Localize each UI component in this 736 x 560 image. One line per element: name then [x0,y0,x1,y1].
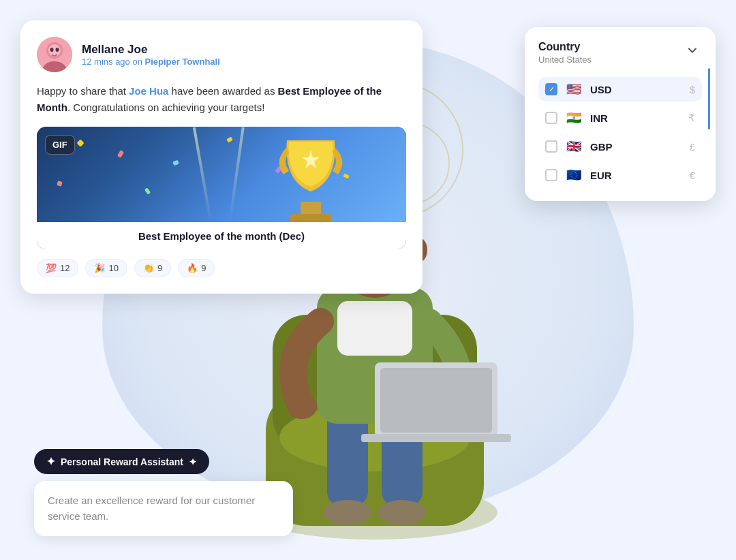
confetti-2 [117,150,124,158]
svg-point-8 [378,500,426,525]
post-header: Mellane Joe 12 mins ago on Piepiper Town… [37,37,406,72]
currency-item-gbp[interactable]: 🇬🇧 GBP £ [538,134,702,159]
currency-checkbox-gbp[interactable] [545,140,557,153]
currency-code-usd: USD [590,84,683,95]
currency-symbol-eur: € [690,170,695,181]
currency-item-eur[interactable]: 🇪🇺 EUR € [538,163,702,187]
reaction-1[interactable]: 💯 12 [37,259,78,277]
post-time: 12 mins ago on Piepiper Townhall [82,57,220,67]
svg-rect-31 [301,202,321,215]
sparkle-icon-2: ✦ [189,456,197,467]
assistant-card: ✦ Personal Reward Assistant ✦ Create an … [34,449,293,536]
currency-checkbox-eur[interactable] [545,169,557,181]
currency-item-inr[interactable]: 🇮🇳 INR ₹ [538,106,702,130]
social-post-card: Mellane Joe 12 mins ago on Piepiper Town… [20,20,423,294]
currency-dropdown-card: Country United States ✓ 🇺🇸 USD $ [525,27,716,201]
flag-us: 🇺🇸 [564,82,583,96]
sparkle-icon: ✦ [46,455,55,468]
currency-checkbox-usd[interactable]: ✓ [545,83,557,95]
trophy-scene [37,127,406,222]
reaction-2[interactable]: 🎉 10 [85,259,127,277]
trophy-media-card: GIF Best Employee of the month (Dec) [37,127,406,249]
svg-rect-10 [337,301,412,356]
svg-point-20 [287,394,317,419]
currency-code-inr: INR [590,112,681,124]
light-beam-1 [193,127,212,222]
svg-point-30 [56,48,59,52]
currency-symbol-usd: $ [690,84,695,95]
scrollbar-accent [708,68,710,129]
confetti-3 [172,160,179,166]
scene: Mellane Joe 12 mins ago on Piepiper Town… [0,0,736,560]
flag-gb: 🇬🇧 [564,140,583,153]
svg-rect-23 [380,368,492,433]
assistant-badge: ✦ Personal Reward Assistant ✦ [34,449,209,474]
trophy-svg [270,127,352,222]
post-body: Happy to share that Joe Hua have been aw… [37,83,406,116]
assistant-input-display[interactable]: Create an excellence reward for our cust… [34,481,293,536]
gif-badge: GIF [45,135,75,155]
post-author: Mellane Joe [82,43,220,57]
confetti-7 [144,187,151,194]
flag-in: 🇮🇳 [564,111,583,125]
currency-item-usd[interactable]: ✓ 🇺🇸 USD $ [538,77,702,102]
svg-point-7 [324,500,371,525]
assistant-placeholder: Create an excellence reward for our cust… [48,495,255,522]
currency-list: ✓ 🇺🇸 USD $ 🇮🇳 INR ₹ 🇬🇧 GBP £ [538,77,702,187]
post-meta: Mellane Joe 12 mins ago on Piepiper Town… [82,43,220,67]
currency-header: Country United States [538,41,702,65]
trophy-caption: Best Employee of the month (Dec) [37,222,406,249]
assistant-label: Personal Reward Assistant [61,456,183,467]
svg-rect-24 [361,434,511,442]
confetti-4 [226,136,233,142]
reactions-bar: 💯 12 🎉 10 👏 9 🔥 9 [37,259,406,277]
chevron-down-icon[interactable] [683,41,702,60]
reaction-4[interactable]: 🔥 9 [178,259,215,277]
currency-checkbox-inr[interactable] [545,112,557,124]
currency-code-gbp: GBP [590,141,683,153]
avatar [37,37,72,72]
confetti-1 [76,139,84,146]
currency-symbol-gbp: £ [690,141,695,153]
svg-point-29 [50,48,54,52]
reaction-3[interactable]: 👏 9 [134,259,171,277]
svg-rect-32 [290,214,331,222]
currency-symbol-inr: ₹ [688,112,695,124]
confetti-6 [57,181,63,187]
country-label: Country [538,41,592,53]
selected-country: United States [538,55,592,65]
flag-eu: 🇪🇺 [564,168,583,182]
currency-code-eur: EUR [590,170,683,181]
